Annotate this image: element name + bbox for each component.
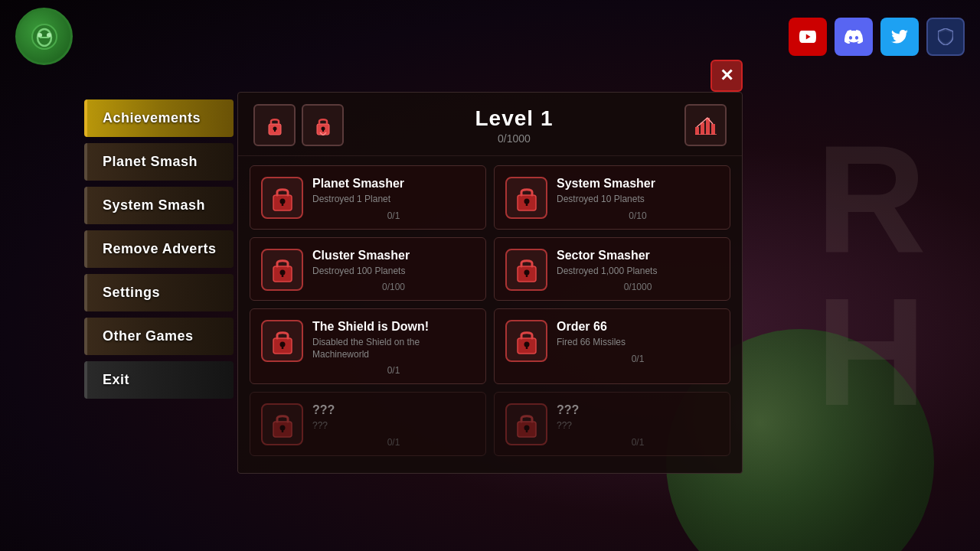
svg-rect-14 [711, 124, 715, 135]
achievement-info-sector-smasher: Sector Smasher Destroyed 1,000 Planets 0… [557, 249, 719, 293]
achievement-info-shield-down: The Shield is Down! Disabled the Shield … [312, 320, 475, 376]
achievement-progress-shield-down: 0/1 [312, 365, 475, 376]
achievement-info-cluster-smasher: Cluster Smasher Destroyed 100 Planets 0/… [312, 249, 475, 293]
achievement-desc-shield-down: Disabled the Shield on the Machineworld [312, 337, 475, 360]
achievement-desc-planet-smasher: Destroyed 1 Planet [312, 194, 475, 206]
achievement-card-partial-0: ??? ??? 0/1 [250, 392, 486, 456]
achievement-progress-cluster-smasher: 0/100 [312, 282, 475, 292]
achievement-desc-cluster-smasher: Destroyed 100 Planets [312, 266, 475, 278]
lock-icon-partial [505, 403, 547, 445]
achievement-card-planet-smasher: Planet Smasher Destroyed 1 Planet 0/1 [250, 165, 486, 230]
lock-icon-planet-smasher [261, 177, 303, 219]
panel-title: Level 1 [344, 106, 684, 131]
achievement-card-sector-smasher: Sector Smasher Destroyed 1,000 Planets 0… [494, 237, 730, 302]
achievement-desc-system-smasher: Destroyed 10 Planets [557, 194, 719, 206]
lock-icon-partial [261, 403, 303, 445]
sidebar-item-exit[interactable]: Exit [84, 361, 234, 399]
achievement-info-order-66: Order 66 Fired 66 Missiles 0/1 [557, 320, 719, 364]
panel-title-section: Level 1 0/1000 [344, 106, 684, 145]
svg-rect-11 [695, 127, 699, 135]
close-button[interactable]: ✕ [710, 60, 743, 92]
achievement-panel: Level 1 0/1000 [237, 92, 743, 474]
achievement-name-shield-down: The Shield is Down! [312, 320, 475, 334]
lock-icon-sector-smasher [505, 249, 547, 291]
filter-dropdown-button[interactable] [302, 104, 344, 146]
sidebar-item-remove-adverts[interactable]: Remove Adverts [84, 230, 234, 268]
achievement-progress-planet-smasher: 0/1 [312, 210, 475, 221]
shield-button[interactable] [926, 18, 965, 56]
achievement-card-shield-down: The Shield is Down! Disabled the Shield … [250, 308, 486, 384]
filter-buttons [253, 104, 344, 146]
top-bar [0, 8, 980, 65]
youtube-button[interactable] [789, 18, 827, 56]
sidebar-item-planet-smash[interactable]: Planet Smash [84, 143, 234, 181]
sidebar-item-achievements[interactable]: Achievements [84, 99, 234, 137]
sidebar-item-other-games[interactable]: Other Games [84, 318, 234, 355]
achievement-name-planet-smasher: Planet Smasher [312, 177, 475, 191]
achievement-name-sector-smasher: Sector Smasher [557, 249, 719, 262]
filter-locked-button[interactable] [253, 104, 296, 146]
achievement-name-order-66: Order 66 [557, 320, 719, 334]
panel-progress: 0/1000 [344, 132, 684, 145]
svg-rect-12 [701, 122, 704, 135]
achievement-card-order-66: Order 66 Fired 66 Missiles 0/1 [494, 308, 730, 384]
achievement-desc-order-66: Fired 66 Missiles [557, 337, 719, 349]
achievement-progress-order-66: 0/1 [557, 354, 719, 364]
sidebar-item-settings[interactable]: Settings [84, 274, 234, 311]
achievement-info-planet-smasher: Planet Smasher Destroyed 1 Planet 0/1 [312, 177, 475, 221]
stats-button[interactable] [684, 104, 727, 146]
achievement-card-cluster-smasher: Cluster Smasher Destroyed 100 Planets 0/… [250, 237, 486, 302]
sidebar-item-system-smash[interactable]: System Smash [84, 187, 234, 224]
achievement-name-cluster-smasher: Cluster Smasher [312, 249, 475, 262]
lock-icon-order-66 [505, 320, 547, 362]
social-icons [789, 18, 965, 56]
lock-icon-system-smasher [505, 177, 547, 219]
achievement-name-system-smasher: System Smasher [557, 177, 719, 191]
lock-icon-cluster-smasher [261, 249, 303, 291]
achievement-card-partial-1: ??? ??? 0/1 [494, 392, 730, 456]
achievement-card-system-smasher: System Smasher Destroyed 10 Planets 0/10 [494, 165, 730, 230]
panel-header: Level 1 0/1000 [238, 93, 742, 156]
sidebar: Achievements Planet Smash System Smash R… [84, 99, 234, 399]
achievement-grid: Planet Smasher Destroyed 1 Planet 0/1 Sy… [238, 156, 742, 465]
logo-icon [15, 8, 73, 65]
achievement-progress-sector-smasher: 0/1000 [557, 282, 719, 292]
discord-button[interactable] [835, 18, 873, 56]
achievement-desc-sector-smasher: Destroyed 1,000 Planets [557, 266, 719, 278]
twitter-button[interactable] [880, 18, 919, 56]
achievement-progress-system-smasher: 0/10 [557, 210, 719, 221]
lock-icon-shield-down [261, 320, 303, 362]
achievement-info-system-smasher: System Smasher Destroyed 10 Planets 0/10 [557, 177, 719, 221]
